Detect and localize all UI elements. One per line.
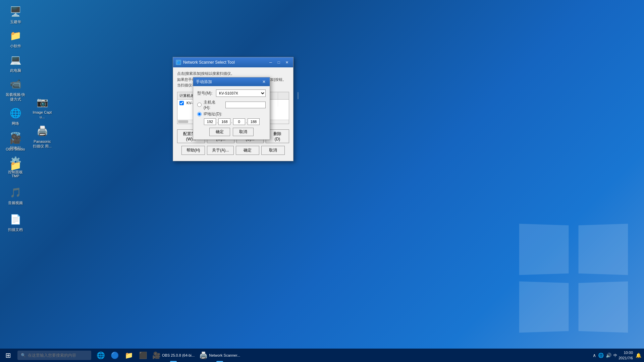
scroll-thumb[interactable] [178, 120, 188, 123]
scanner-taskbar-label: Network Scanner... [209, 353, 240, 357]
radio-hostname-label: 主机名(H): [204, 100, 222, 110]
radio-hostname[interactable] [197, 103, 202, 107]
terminal-icon: ⬛ [139, 351, 147, 359]
main-dialog-titlebar: 🔷 Network Scanner Select Tool ─ □ ✕ [173, 57, 293, 67]
taskbar-apps: 🌐 🔵 📁 ⬛ 🎥 OBS 25.0.8 (64-bi... 🖨️ Networ… [94, 349, 242, 362]
desktop-icon-scandoc[interactable]: 📄 扫描文档 [3, 211, 28, 233]
sub-confirm-button[interactable]: 确定 [209, 128, 230, 136]
start-button[interactable]: ⊞ [0, 349, 16, 362]
taskbar-search-box[interactable]: 🔍 [17, 351, 91, 360]
radio-ip-row: IP地址(D): [197, 111, 266, 117]
video-icon: 📹 [9, 77, 22, 91]
system-tray: ∧ 🌐 🔊 中 [593, 353, 617, 358]
folder-icon: 📁 [125, 351, 133, 359]
thispc-label: 此电脑 [10, 68, 21, 73]
taskbar-folder-app[interactable]: 📁 [122, 349, 136, 362]
desktop-icon-panasonic[interactable]: 🖨️ Panasonic 扫描仪 用... [30, 123, 54, 150]
imagecap-icon: 📷 [36, 95, 49, 109]
sub-cancel-button[interactable]: 取消 [233, 128, 254, 136]
sub-dialog-close-button[interactable]: ✕ [261, 79, 267, 84]
ip-part-2[interactable] [218, 118, 230, 125]
thispc-icon: 💻 [9, 53, 22, 67]
yujianha-icon: 🖥️ [9, 5, 22, 18]
cancel-button[interactable]: 取消 [261, 146, 285, 155]
scandoc-label: 扫描文档 [8, 227, 23, 232]
scandoc-icon: 📄 [9, 213, 22, 226]
taskbar-right: ∧ 🌐 🔊 中 10:00 2021/7/6 🔔 [593, 349, 644, 362]
desktop-icon-imagecap[interactable]: 📷 Image Captu... [30, 94, 54, 121]
main-dialog-minimize-button[interactable]: ─ [267, 59, 274, 65]
imagecap-label: Image Captu... [32, 110, 53, 120]
panasonic-icon: 🖨️ [36, 124, 49, 138]
model-label: 型号(M): [197, 90, 214, 96]
software-label: 小软件 [10, 44, 21, 48]
radio-ip[interactable] [197, 112, 202, 116]
desktop-icon-audiovideo[interactable]: 🎵 音频视频 [3, 184, 28, 206]
obs-label: OBS Studio [6, 147, 25, 152]
taskbar-clock[interactable]: 10:00 2021/7/6 [619, 350, 633, 361]
chrome-icon: 🔵 [111, 351, 119, 359]
radio-hostname-row: 主机名(H): [197, 100, 266, 110]
taskbar-obs-app[interactable]: 🎥 OBS 25.0.8 (64-bi... [150, 349, 197, 362]
ip-part-1[interactable] [204, 118, 216, 125]
main-dialog-controls: ─ □ ✕ [267, 59, 290, 65]
network-label: 网络 [12, 121, 19, 126]
ip-dot-3: . [246, 119, 247, 124]
ip-part-4[interactable] [248, 118, 260, 125]
taskbar-terminal-app[interactable]: ⬛ [136, 349, 150, 362]
video-label: 装载视频-快捷方式 [5, 92, 26, 102]
col-header-extra [278, 92, 298, 99]
panasonic-label: Panasonic 扫描仪 用... [32, 139, 53, 149]
taskbar-chrome-app[interactable]: 🔵 [108, 349, 121, 362]
ip-part-3[interactable] [233, 118, 245, 125]
sub-dialog-titlebar: 手动添加 ✕ [193, 77, 270, 86]
model-select[interactable]: KV-S1037X [216, 89, 266, 97]
taskbar-scanner-app[interactable]: 🖨️ Network Scanner... [197, 349, 242, 362]
model-form-row: 型号(M): KV-S1037X [197, 89, 266, 97]
tray-arrow-icon[interactable]: ∧ [593, 353, 596, 358]
main-dialog-restore-button[interactable]: □ [275, 59, 282, 65]
desktop-icon-tmp[interactable]: 📁 TMP [3, 158, 28, 180]
scanner-taskbar-icon: 🖨️ [199, 351, 208, 359]
obs-taskbar-icon: 🎥 [152, 351, 161, 359]
network-icon: 🌐 [9, 106, 22, 120]
hostname-input[interactable] [225, 102, 266, 108]
obs-taskbar-label: OBS 25.0.8 (64-bi... [162, 353, 195, 357]
clock-date: 2021/7/6 [619, 355, 633, 361]
help-button[interactable]: 帮助(H) [181, 146, 205, 155]
tmp-label: TMP [11, 174, 19, 178]
clock-time: 10:00 [619, 350, 633, 356]
about-button[interactable]: 关于(A)... [207, 146, 234, 155]
sub-dialog-title: 手动添加 [196, 79, 212, 85]
notification-icon[interactable]: 🔔 [636, 353, 641, 358]
taskbar-edge-app[interactable]: 🌐 [94, 349, 107, 362]
main-dialog-buttons-row2: 帮助(H) 关于(A)... 确定 取消 [177, 144, 289, 158]
desktop-icon-software[interactable]: 📁 小软件 [3, 27, 28, 50]
taskbar-search-input[interactable] [28, 353, 88, 358]
software-icon: 📁 [9, 29, 22, 42]
ok-button[interactable]: 确定 [236, 146, 259, 155]
audiovideo-icon: 🎵 [9, 186, 22, 199]
taskbar: ⊞ 🔍 🌐 🔵 📁 ⬛ 🎥 OBS 25.0.8 (64-bi... 🖨️ Ne… [0, 349, 644, 362]
obs-icon: 🎥 [9, 132, 22, 145]
main-dialog-close-button[interactable]: ✕ [283, 59, 290, 65]
ip-input-row: . . . [204, 118, 266, 125]
tray-ime-icon[interactable]: 中 [613, 353, 617, 358]
edge-icon: 🌐 [97, 351, 105, 359]
desktop-icon-thispc[interactable]: 💻 此电脑 [3, 52, 28, 74]
scanner-row-checkbox[interactable] [179, 101, 184, 105]
scanner-row-extra-cell [278, 100, 289, 107]
desktop-icon-obs[interactable]: 🎥 OBS Studio [3, 131, 28, 153]
audiovideo-label: 音频视频 [8, 200, 23, 205]
tray-volume-icon[interactable]: 🔊 [606, 353, 611, 358]
main-dialog-title: Network Scanner Select Tool [183, 60, 235, 65]
ip-dot-1: . [217, 119, 218, 124]
taskbar-search-icon: 🔍 [21, 353, 26, 358]
desktop-icon-network[interactable]: 🌐 网络 [3, 105, 28, 127]
tray-network-icon[interactable]: 🌐 [598, 353, 604, 358]
yujianha-label: 玉建华 [10, 19, 21, 24]
desktop-icon-video[interactable]: 📹 装载视频-快捷方式 [3, 76, 28, 103]
start-icon: ⊞ [5, 351, 11, 359]
desktop-icon-yujianha[interactable]: 🖥️ 玉建华 [3, 3, 28, 25]
main-dialog-icon: 🔷 [176, 60, 181, 65]
